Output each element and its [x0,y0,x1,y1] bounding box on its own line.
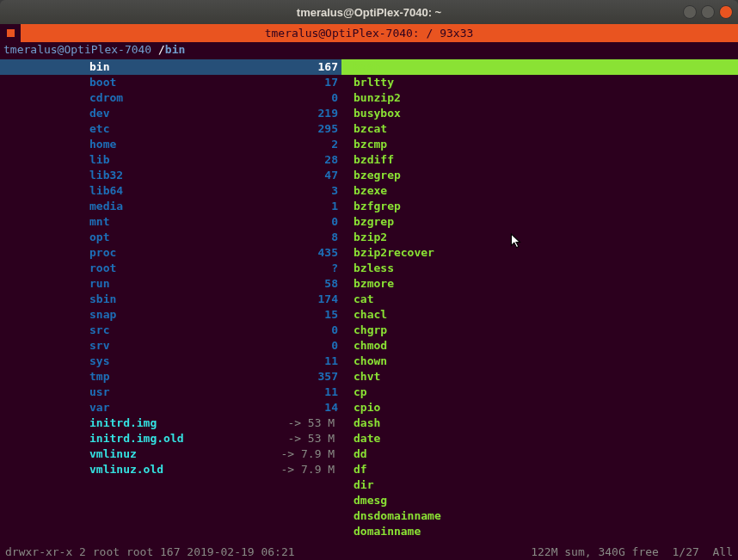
left-row[interactable]: initrd.img.old-> 53 M [0,431,341,446]
right-row[interactable]: bzfgrep [341,199,738,214]
right-row[interactable]: bzcat [341,121,738,137]
right-pane[interactable]: bashbrlttybunzip2busyboxbzcatbzcmpbzdiff… [341,58,738,539]
left-row[interactable]: mnt0 [0,214,341,230]
file-name: home [89,137,116,152]
left-row[interactable]: tmp357 [0,369,341,385]
symlink-target: -> 53 M [287,415,341,431]
file-count: 174 [290,292,341,307]
left-row[interactable]: vmlinuz.old-> 7.9 M [0,462,341,477]
left-row[interactable]: lib3247 [0,168,341,183]
file-name: snap [89,307,116,323]
right-row[interactable]: cpio [341,400,738,415]
left-row[interactable]: home2 [0,137,341,152]
right-row[interactable]: dir [341,477,738,493]
status-owner: root [93,545,120,560]
right-row[interactable]: cat [341,292,738,307]
right-row[interactable]: bzexe [341,183,738,199]
left-row[interactable]: run58 [0,276,341,292]
file-count: 8 [290,230,341,245]
file-name: lib32 [89,168,123,183]
left-row[interactable]: opt8 [0,230,341,245]
left-row[interactable]: initrd.img-> 53 M [0,415,341,431]
left-row[interactable]: etc295 [0,121,341,137]
right-row[interactable]: df [341,462,738,477]
right-row[interactable]: bzegrep [341,168,738,183]
file-count: 357 [290,369,341,385]
file-name: bzfgrep [354,199,401,214]
left-row[interactable]: proc435 [0,245,341,261]
status-date: 2019-02-19 [187,545,254,560]
right-row[interactable]: bzip2 [341,230,738,245]
right-row[interactable]: bzless [341,261,738,276]
left-row[interactable]: sys11 [0,354,341,369]
right-row[interactable]: date [341,431,738,446]
file-name: date [354,431,380,446]
file-name: src [89,323,109,338]
left-row[interactable]: usr11 [0,385,341,400]
right-row[interactable]: cp [341,385,738,400]
status-group: root [126,545,153,560]
status-sum: 122M sum, [531,545,591,560]
left-row[interactable]: media1 [0,199,341,214]
status-pos: 1/27 [673,545,699,560]
tmux-status-bar: tmeralus@OptiPlex-7040: / 93x33 [0,24,738,42]
file-count: 219 [290,106,341,121]
left-row[interactable]: sbin174 [0,292,341,307]
left-row[interactable]: var14 [0,400,341,415]
left-row[interactable]: lib28 [0,152,341,168]
file-name: dd [354,446,367,462]
file-name: sbin [89,292,116,307]
right-row[interactable]: chmod [341,338,738,354]
right-row[interactable]: chvt [341,369,738,385]
left-row[interactable]: root? [0,261,341,276]
right-row[interactable]: dash [341,415,738,431]
right-row[interactable]: chacl [341,307,738,323]
left-row[interactable]: snap15 [0,307,341,323]
left-row[interactable]: dev219 [0,106,341,121]
right-row[interactable]: chown [341,354,738,369]
file-count: ? [290,261,341,276]
prompt-cwd: / [151,43,165,56]
right-row[interactable]: bzgrep [341,214,738,230]
file-name: var [89,400,109,415]
symlink-target: -> 7.9 M [281,462,341,477]
left-row[interactable]: boot17 [0,75,341,90]
maximize-button[interactable] [701,5,715,19]
file-name: busybox [354,106,401,121]
window-controls [683,5,733,19]
left-pane[interactable]: bin167boot17cdrom0dev219etc295home2lib28… [0,58,341,539]
file-name: bzdiff [354,152,394,168]
right-row[interactable]: bunzip2 [341,90,738,106]
right-row[interactable]: dd [341,446,738,462]
file-name: cdrom [89,90,123,106]
file-count: 11 [290,354,341,369]
terminal-area[interactable]: tmeralus@OptiPlex-7040 /bin bin167boot17… [0,42,738,560]
file-name: bzip2 [354,230,387,245]
file-count: 295 [290,121,341,137]
right-row[interactable]: bzmore [341,276,738,292]
right-row[interactable]: bash [341,59,738,75]
left-row[interactable]: lib643 [0,183,341,199]
right-row[interactable]: dmesg [341,493,738,508]
file-name: opt [89,230,109,245]
right-row[interactable]: chgrp [341,323,738,338]
left-row[interactable]: srv0 [0,338,341,354]
left-row[interactable]: src0 [0,323,341,338]
right-row[interactable]: bzip2recover [341,245,738,261]
status-time: 06:21 [261,545,294,560]
left-row[interactable]: bin167 [0,59,341,75]
close-button[interactable] [719,5,733,19]
file-name: bunzip2 [354,90,401,106]
right-row[interactable]: bzcmp [341,137,738,152]
file-name: bzcat [354,121,387,137]
right-row[interactable]: busybox [341,106,738,121]
left-row[interactable]: cdrom0 [0,90,341,106]
left-row[interactable]: vmlinuz-> 7.9 M [0,446,341,462]
right-row[interactable]: brltty [341,75,738,90]
right-row[interactable]: dnsdomainname [341,508,738,524]
minimize-button[interactable] [683,5,697,19]
right-row[interactable]: domainname [341,524,738,539]
right-row[interactable]: bzdiff [341,152,738,168]
file-name: mnt [89,214,109,230]
prompt-current-dir: bin [165,43,185,56]
